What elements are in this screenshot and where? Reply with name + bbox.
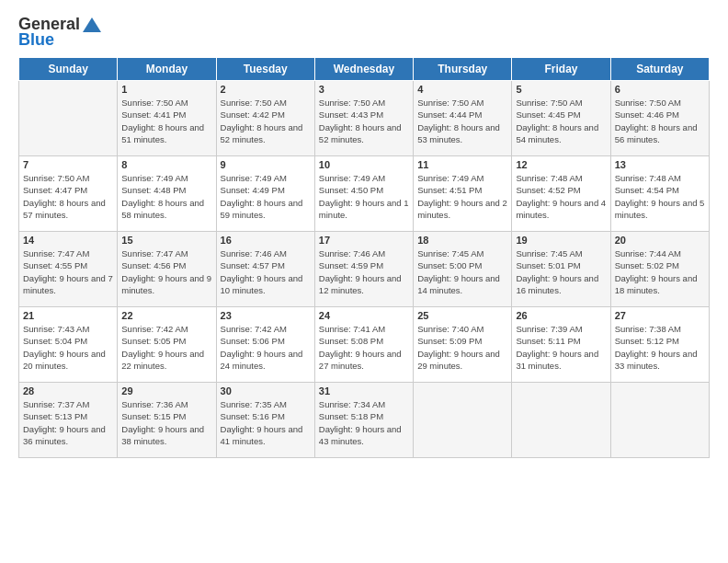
day-number: 9 — [221, 159, 311, 170]
calendar-cell: 13Sunrise: 7:48 AMSunset: 4:54 PMDayligh… — [610, 156, 709, 232]
day-number: 3 — [319, 84, 409, 95]
cell-sun-info: Sunrise: 7:46 AMSunset: 4:57 PMDaylight:… — [221, 247, 311, 296]
cell-sun-info: Sunrise: 7:43 AMSunset: 5:04 PMDaylight:… — [23, 323, 113, 372]
calendar-cell: 3Sunrise: 7:50 AMSunset: 4:43 PMDaylight… — [314, 81, 413, 156]
header-area: General Blue — [18, 15, 710, 50]
calendar-cell: 30Sunrise: 7:35 AMSunset: 5:16 PMDayligh… — [216, 383, 314, 458]
cell-sun-info: Sunrise: 7:48 AMSunset: 4:54 PMDaylight:… — [615, 172, 705, 221]
day-number: 24 — [319, 310, 409, 321]
weekday-header-row: SundayMondayTuesdayWednesdayThursdayFrid… — [19, 58, 710, 81]
weekday-header: Friday — [512, 58, 610, 81]
day-number: 4 — [417, 84, 507, 95]
cell-sun-info: Sunrise: 7:45 AMSunset: 5:00 PMDaylight:… — [417, 247, 507, 296]
logo-icon — [82, 17, 102, 33]
day-number: 25 — [417, 310, 507, 321]
calendar-cell: 29Sunrise: 7:36 AMSunset: 5:15 PMDayligh… — [118, 383, 216, 458]
calendar-cell: 18Sunrise: 7:45 AMSunset: 5:00 PMDayligh… — [414, 232, 512, 307]
day-number: 11 — [417, 159, 507, 170]
cell-sun-info: Sunrise: 7:49 AMSunset: 4:48 PMDaylight:… — [121, 172, 211, 221]
calendar-cell: 11Sunrise: 7:49 AMSunset: 4:51 PMDayligh… — [414, 156, 512, 232]
cell-sun-info: Sunrise: 7:50 AMSunset: 4:42 PMDaylight:… — [221, 97, 311, 145]
calendar-cell — [610, 383, 709, 458]
calendar-body: 1Sunrise: 7:50 AMSunset: 4:41 PMDaylight… — [19, 81, 710, 458]
calendar-cell — [414, 383, 512, 458]
calendar-cell: 20Sunrise: 7:44 AMSunset: 5:02 PMDayligh… — [610, 232, 709, 307]
day-number: 19 — [516, 235, 606, 246]
calendar-cell: 6Sunrise: 7:50 AMSunset: 4:46 PMDaylight… — [610, 81, 709, 156]
calendar-week-row: 7Sunrise: 7:50 AMSunset: 4:47 PMDaylight… — [19, 156, 710, 232]
calendar-cell: 1Sunrise: 7:50 AMSunset: 4:41 PMDaylight… — [118, 81, 216, 156]
day-number: 26 — [516, 310, 606, 321]
calendar-cell: 10Sunrise: 7:49 AMSunset: 4:50 PMDayligh… — [314, 156, 413, 232]
cell-sun-info: Sunrise: 7:50 AMSunset: 4:45 PMDaylight:… — [516, 97, 606, 145]
cell-sun-info: Sunrise: 7:47 AMSunset: 4:56 PMDaylight:… — [121, 247, 211, 296]
calendar-cell — [19, 81, 118, 156]
calendar-cell: 5Sunrise: 7:50 AMSunset: 4:45 PMDaylight… — [512, 81, 610, 156]
calendar-week-row: 1Sunrise: 7:50 AMSunset: 4:41 PMDaylight… — [19, 81, 710, 156]
calendar-cell: 17Sunrise: 7:46 AMSunset: 4:59 PMDayligh… — [314, 232, 413, 307]
day-number: 20 — [615, 235, 705, 246]
cell-sun-info: Sunrise: 7:36 AMSunset: 5:15 PMDaylight:… — [121, 398, 211, 447]
day-number: 30 — [221, 385, 311, 396]
calendar-cell — [512, 383, 610, 458]
cell-sun-info: Sunrise: 7:50 AMSunset: 4:41 PMDaylight:… — [121, 97, 211, 145]
cell-sun-info: Sunrise: 7:40 AMSunset: 5:09 PMDaylight:… — [417, 323, 507, 372]
day-number: 16 — [221, 235, 311, 246]
cell-sun-info: Sunrise: 7:49 AMSunset: 4:51 PMDaylight:… — [417, 172, 507, 221]
calendar-cell: 21Sunrise: 7:43 AMSunset: 5:04 PMDayligh… — [19, 307, 118, 383]
day-number: 2 — [221, 84, 311, 95]
calendar-cell: 22Sunrise: 7:42 AMSunset: 5:05 PMDayligh… — [118, 307, 216, 383]
day-number: 12 — [516, 159, 606, 170]
calendar-cell: 24Sunrise: 7:41 AMSunset: 5:08 PMDayligh… — [314, 307, 413, 383]
cell-sun-info: Sunrise: 7:50 AMSunset: 4:43 PMDaylight:… — [319, 97, 409, 145]
weekday-header: Monday — [118, 58, 216, 81]
calendar-header: SundayMondayTuesdayWednesdayThursdayFrid… — [19, 58, 710, 81]
calendar-table: SundayMondayTuesdayWednesdayThursdayFrid… — [18, 57, 710, 458]
weekday-header: Wednesday — [314, 58, 413, 81]
cell-sun-info: Sunrise: 7:50 AMSunset: 4:47 PMDaylight:… — [23, 172, 113, 221]
cell-sun-info: Sunrise: 7:42 AMSunset: 5:05 PMDaylight:… — [121, 323, 211, 372]
calendar-cell: 8Sunrise: 7:49 AMSunset: 4:48 PMDaylight… — [118, 156, 216, 232]
calendar-cell: 28Sunrise: 7:37 AMSunset: 5:13 PMDayligh… — [19, 383, 118, 458]
cell-sun-info: Sunrise: 7:39 AMSunset: 5:11 PMDaylight:… — [516, 323, 606, 372]
day-number: 17 — [319, 235, 409, 246]
calendar-cell: 26Sunrise: 7:39 AMSunset: 5:11 PMDayligh… — [512, 307, 610, 383]
calendar-cell: 31Sunrise: 7:34 AMSunset: 5:18 PMDayligh… — [314, 383, 413, 458]
calendar-cell: 15Sunrise: 7:47 AMSunset: 4:56 PMDayligh… — [118, 232, 216, 307]
calendar-container: General Blue SundayMondayTuesdayWednesda… — [0, 0, 728, 563]
cell-sun-info: Sunrise: 7:47 AMSunset: 4:55 PMDaylight:… — [23, 247, 113, 296]
cell-sun-info: Sunrise: 7:37 AMSunset: 5:13 PMDaylight:… — [23, 398, 113, 447]
cell-sun-info: Sunrise: 7:38 AMSunset: 5:12 PMDaylight:… — [615, 323, 705, 372]
day-number: 1 — [121, 84, 211, 95]
calendar-cell: 4Sunrise: 7:50 AMSunset: 4:44 PMDaylight… — [414, 81, 512, 156]
cell-sun-info: Sunrise: 7:42 AMSunset: 5:06 PMDaylight:… — [221, 323, 311, 372]
cell-sun-info: Sunrise: 7:49 AMSunset: 4:49 PMDaylight:… — [221, 172, 311, 221]
day-number: 29 — [121, 385, 211, 396]
calendar-cell: 2Sunrise: 7:50 AMSunset: 4:42 PMDaylight… — [216, 81, 314, 156]
cell-sun-info: Sunrise: 7:34 AMSunset: 5:18 PMDaylight:… — [319, 398, 409, 447]
weekday-header: Tuesday — [216, 58, 314, 81]
calendar-cell: 19Sunrise: 7:45 AMSunset: 5:01 PMDayligh… — [512, 232, 610, 307]
cell-sun-info: Sunrise: 7:50 AMSunset: 4:46 PMDaylight:… — [615, 97, 705, 145]
day-number: 21 — [23, 310, 113, 321]
day-number: 31 — [319, 385, 409, 396]
logo-blue: Blue — [18, 30, 54, 50]
calendar-cell: 12Sunrise: 7:48 AMSunset: 4:52 PMDayligh… — [512, 156, 610, 232]
calendar-week-row: 14Sunrise: 7:47 AMSunset: 4:55 PMDayligh… — [19, 232, 710, 307]
cell-sun-info: Sunrise: 7:48 AMSunset: 4:52 PMDaylight:… — [516, 172, 606, 221]
day-number: 7 — [23, 159, 113, 170]
day-number: 8 — [121, 159, 211, 170]
day-number: 22 — [121, 310, 211, 321]
cell-sun-info: Sunrise: 7:50 AMSunset: 4:44 PMDaylight:… — [417, 97, 507, 145]
cell-sun-info: Sunrise: 7:41 AMSunset: 5:08 PMDaylight:… — [319, 323, 409, 372]
calendar-cell: 9Sunrise: 7:49 AMSunset: 4:49 PMDaylight… — [216, 156, 314, 232]
day-number: 6 — [615, 84, 705, 95]
day-number: 15 — [121, 235, 211, 246]
weekday-header: Saturday — [610, 58, 709, 81]
day-number: 13 — [615, 159, 705, 170]
calendar-week-row: 28Sunrise: 7:37 AMSunset: 5:13 PMDayligh… — [19, 383, 710, 458]
day-number: 27 — [615, 310, 705, 321]
calendar-cell: 16Sunrise: 7:46 AMSunset: 4:57 PMDayligh… — [216, 232, 314, 307]
calendar-cell: 14Sunrise: 7:47 AMSunset: 4:55 PMDayligh… — [19, 232, 118, 307]
day-number: 14 — [23, 235, 113, 246]
